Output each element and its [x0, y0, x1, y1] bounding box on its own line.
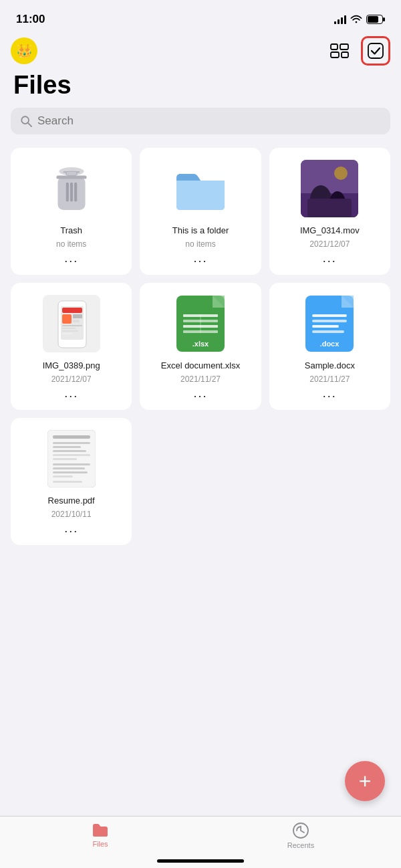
- png-icon-area: [41, 294, 102, 354]
- file-name-folder: This is a folder: [172, 225, 229, 237]
- tab-recents-label: Recents: [287, 841, 314, 849]
- status-icons: [334, 15, 385, 24]
- svg-rect-58: [53, 458, 77, 460]
- tab-files-label: Files: [92, 840, 108, 848]
- svg-rect-62: [53, 475, 73, 477]
- file-name-mov: IMG_0314.mov: [300, 225, 360, 237]
- files-grid-row2: IMG_0389.png 2021/12/07 ··· .xlsx Excel …: [0, 283, 401, 410]
- file-meta-folder: no items: [185, 239, 215, 249]
- video-thumb-svg: [301, 160, 358, 217]
- svg-rect-55: [53, 446, 81, 448]
- mov-icon-area: [299, 158, 360, 219]
- file-more-docx[interactable]: ···: [323, 389, 337, 403]
- select-icon: [367, 42, 384, 60]
- search-icon: [20, 115, 32, 127]
- svg-rect-48: [312, 320, 347, 322]
- svg-rect-37: [213, 296, 225, 308]
- page-title: Files: [0, 71, 401, 108]
- tab-files[interactable]: Files: [0, 822, 200, 849]
- files-tab-icon: [91, 822, 110, 838]
- file-meta-xlsx: 2021/11/27: [180, 374, 221, 384]
- file-more-trash[interactable]: ···: [64, 254, 78, 268]
- grid-view-button[interactable]: [325, 36, 354, 66]
- svg-line-9: [28, 123, 31, 126]
- svg-rect-2: [368, 16, 378, 23]
- svg-rect-6: [342, 52, 348, 58]
- svg-rect-56: [53, 450, 86, 452]
- svg-rect-7: [368, 43, 383, 58]
- file-more-pdf[interactable]: ···: [64, 524, 78, 538]
- file-more-png[interactable]: ···: [64, 389, 78, 403]
- file-card-png[interactable]: IMG_0389.png 2021/12/07 ···: [11, 283, 132, 410]
- svg-rect-53: [53, 435, 90, 439]
- file-name-png: IMG_0389.png: [43, 360, 100, 372]
- recents-tab-icon: [292, 822, 309, 839]
- svg-rect-17: [65, 171, 76, 175]
- svg-rect-5: [331, 52, 339, 58]
- signal-icon: [334, 15, 346, 24]
- svg-rect-16: [56, 175, 86, 179]
- svg-text:.docx: .docx: [320, 340, 340, 348]
- docx-icon: .docx: [305, 296, 354, 352]
- svg-rect-4: [340, 44, 348, 49]
- svg-rect-63: [53, 481, 82, 483]
- file-meta-docx: 2021/11/27: [309, 374, 350, 384]
- xlsx-icon: .xlsx: [176, 296, 225, 352]
- svg-rect-13: [65, 183, 68, 202]
- svg-rect-30: [73, 320, 80, 322]
- folder-icon: [174, 167, 227, 211]
- svg-rect-57: [53, 454, 90, 456]
- file-meta-png: 2021/12/07: [51, 374, 92, 384]
- svg-rect-1: [383, 17, 385, 21]
- docx-icon-area: .docx: [299, 294, 360, 354]
- file-more-mov[interactable]: ···: [323, 254, 337, 268]
- folder-icon-area: [170, 158, 231, 219]
- file-card-docx[interactable]: .docx Sample.docx 2021/11/27 ···: [269, 283, 390, 410]
- header-actions: [325, 36, 390, 66]
- svg-rect-34: [62, 333, 73, 334]
- file-name-docx: Sample.docx: [305, 360, 355, 372]
- file-name-xlsx: Excel document.xlsx: [161, 360, 241, 372]
- file-card-xlsx[interactable]: .xlsx Excel document.xlsx 2021/11/27 ···: [140, 283, 261, 410]
- trash-icon-area: [41, 158, 102, 219]
- svg-point-20: [334, 167, 348, 180]
- svg-rect-50: [312, 330, 344, 333]
- battery-icon: [366, 15, 385, 24]
- home-indicator: [157, 859, 244, 863]
- grid-view-icon: [330, 43, 349, 58]
- file-card-pdf[interactable]: Resume.pdf 2021/10/11 ···: [11, 418, 132, 545]
- svg-rect-46: [342, 296, 354, 308]
- pdf-thumbnail: [47, 430, 96, 487]
- svg-rect-61: [53, 471, 88, 473]
- status-time: 11:00: [16, 13, 45, 26]
- svg-rect-60: [53, 467, 85, 469]
- header-row: 👑: [0, 33, 401, 71]
- pdf-icon-area: [41, 429, 102, 489]
- svg-rect-32: [62, 328, 76, 329]
- svg-rect-29: [73, 314, 82, 318]
- add-button[interactable]: +: [345, 761, 385, 801]
- file-meta-mov: 2021/12/07: [309, 239, 350, 249]
- avatar[interactable]: 👑: [11, 37, 37, 64]
- svg-rect-31: [62, 325, 82, 326]
- tab-recents[interactable]: Recents: [200, 822, 401, 849]
- search-input[interactable]: [37, 114, 381, 128]
- svg-rect-49: [312, 325, 339, 328]
- video-thumbnail: [301, 160, 358, 217]
- files-grid-row1: Trash no items ··· This is a folder no i…: [0, 148, 401, 275]
- trash-icon: [50, 165, 93, 213]
- file-meta-pdf: 2021/10/11: [51, 510, 92, 519]
- select-button[interactable]: [361, 36, 390, 66]
- status-bar: 11:00: [0, 0, 401, 33]
- file-more-folder[interactable]: ···: [193, 254, 207, 268]
- png-thumb-svg: [43, 296, 100, 352]
- file-meta-trash: no items: [56, 239, 86, 249]
- file-more-xlsx[interactable]: ···: [193, 389, 207, 403]
- search-bar[interactable]: [11, 108, 390, 134]
- file-card-folder[interactable]: This is a folder no items ···: [140, 148, 261, 275]
- file-card-trash[interactable]: Trash no items ···: [11, 148, 132, 275]
- svg-rect-47: [312, 314, 347, 317]
- files-grid-row3: Resume.pdf 2021/10/11 ···: [0, 418, 401, 545]
- file-card-mov[interactable]: IMG_0314.mov 2021/12/07 ···: [269, 148, 390, 275]
- svg-rect-27: [62, 308, 82, 313]
